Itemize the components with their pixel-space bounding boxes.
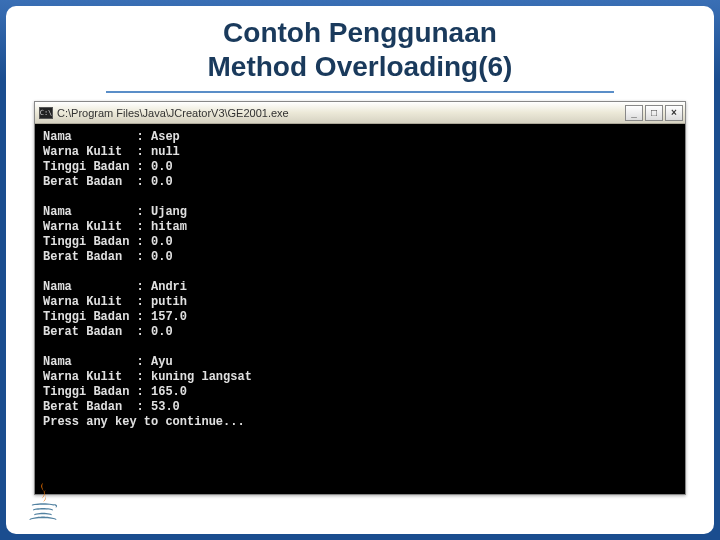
title-underline: [106, 91, 614, 93]
console-output: Nama : Asep Warna Kulit : null Tinggi Ba…: [35, 124, 685, 494]
cmd-icon: C:\: [39, 107, 53, 119]
slide-title: Contoh Penggunaan Method Overloading(6): [6, 6, 714, 87]
titlebar: C:\ C:\Program Files\Java\JCreatorV3\GE2…: [35, 102, 685, 124]
slide-frame: Contoh Penggunaan Method Overloading(6) …: [6, 6, 714, 534]
java-logo-icon: [22, 478, 64, 526]
slide-title-line1: Contoh Penggunaan: [6, 16, 714, 50]
window-title: C:\Program Files\Java\JCreatorV3\GE2001.…: [57, 107, 625, 119]
window-buttons: _ □ ×: [625, 105, 683, 121]
maximize-button[interactable]: □: [645, 105, 663, 121]
console-window: C:\ C:\Program Files\Java\JCreatorV3\GE2…: [34, 101, 686, 495]
close-button[interactable]: ×: [665, 105, 683, 121]
slide-title-line2: Method Overloading(6): [6, 50, 714, 84]
minimize-button[interactable]: _: [625, 105, 643, 121]
